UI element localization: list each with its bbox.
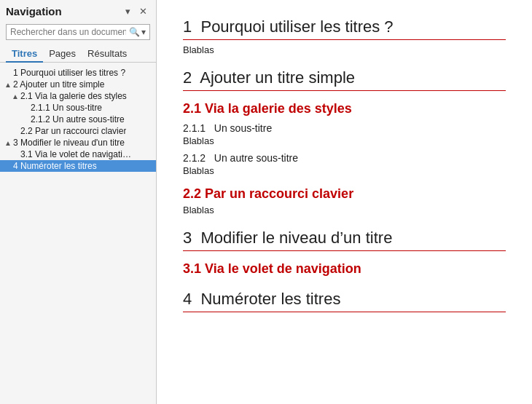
- nav-close-icon[interactable]: ✕: [136, 4, 150, 18]
- doc-body-212: Blablas: [183, 165, 506, 176]
- tree-item-h2-22[interactable]: 2.2 Par un raccourci clavier: [0, 125, 156, 137]
- search-icon-area[interactable]: 🔍 ▾: [129, 27, 146, 37]
- label-h1-2: 2 Ajouter un titre simple: [13, 79, 104, 90]
- tree-item-h3-212[interactable]: 2.1.2 Un autre sous-titre: [0, 114, 156, 125]
- nav-header-icons: ▾ ✕: [122, 4, 150, 18]
- doc-body-22: Blablas: [183, 205, 506, 215]
- tree-item-h1-4[interactable]: 4 Numéroter les titres: [0, 160, 156, 172]
- label-h3-212: 2.1.2 Un autre sous-titre: [31, 114, 125, 124]
- tab-pages[interactable]: Pages: [43, 44, 82, 62]
- doc-heading-2-1: 2.1 Via la galerie des styles: [183, 101, 506, 116]
- doc-heading-2-1-1: 2.1.1 Un sous-titre: [183, 122, 506, 134]
- doc-heading-3: 3 Modifier le niveau d’un titre: [183, 229, 506, 251]
- search-icon: 🔍: [129, 27, 140, 37]
- label-h3-211: 2.1.1 Un sous-titre: [31, 103, 102, 113]
- tree-item-h1-3[interactable]: ▲ 3 Modifier le niveau d'un titre: [0, 137, 156, 148]
- label-h1-1: 1 Pourquoi utiliser les titres ?: [13, 68, 125, 78]
- doc-panel: 1 Pourquoi utiliser les titres ? Blablas…: [157, 0, 532, 404]
- tree-item-h1-2[interactable]: ▲ 2 Ajouter un titre simple: [0, 79, 156, 90]
- doc-body-1: Blablas: [183, 44, 506, 55]
- nav-header: Navigation ▾ ✕: [0, 0, 156, 21]
- search-box-container: 🔍 ▾: [0, 21, 156, 44]
- doc-heading-2: 2 Ajouter un titre simple: [183, 68, 506, 91]
- nav-tabs: Titres Pages Résultats: [0, 44, 156, 63]
- tree-item-h2-21[interactable]: ▲ 2.1 Via la galerie des styles: [0, 90, 156, 102]
- tab-resultats[interactable]: Résultats: [82, 44, 133, 62]
- doc-heading-1: 1 Pourquoi utiliser les titres ?: [183, 17, 506, 40]
- tree-item-h3-211[interactable]: 2.1.1 Un sous-titre: [0, 102, 156, 114]
- tree-item-h2-31[interactable]: 3.1 Via le volet de navigati…: [0, 148, 156, 160]
- tree-item-h1-1[interactable]: 1 Pourquoi utiliser les titres ?: [0, 67, 156, 79]
- doc-heading-4: 4 Numéroter les titres: [183, 290, 506, 312]
- nav-dropdown-icon[interactable]: ▾: [122, 4, 133, 18]
- toggle-h2-21: ▲: [10, 92, 20, 100]
- label-h1-3: 3 Modifier le niveau d'un titre: [13, 138, 125, 148]
- tab-titres[interactable]: Titres: [6, 44, 43, 62]
- search-dropdown-icon: ▾: [141, 27, 146, 37]
- label-h2-31: 3.1 Via le volet de navigati…: [20, 149, 131, 159]
- doc-heading-2-1-2: 2.1.2 Un autre sous-titre: [183, 152, 506, 164]
- nav-title: Navigation: [6, 5, 62, 17]
- doc-body-211: Blablas: [183, 135, 506, 146]
- toggle-h1-3: ▲: [3, 139, 13, 147]
- search-box: 🔍 ▾: [6, 24, 150, 40]
- label-h2-22: 2.2 Par un raccourci clavier: [20, 126, 126, 136]
- nav-tree: 1 Pourquoi utiliser les titres ? ▲ 2 Ajo…: [0, 63, 156, 404]
- nav-panel: Navigation ▾ ✕ 🔍 ▾ Titres Pages Résultat…: [0, 0, 157, 404]
- label-h2-21: 2.1 Via la galerie des styles: [20, 91, 127, 101]
- toggle-h1-2: ▲: [3, 81, 13, 89]
- doc-heading-3-1: 3.1 Via le volet de navigation: [183, 261, 506, 277]
- search-input[interactable]: [10, 27, 126, 37]
- doc-heading-2-2: 2.2 Par un raccourci clavier: [183, 186, 506, 202]
- label-h1-4: 4 Numéroter les titres: [13, 161, 97, 171]
